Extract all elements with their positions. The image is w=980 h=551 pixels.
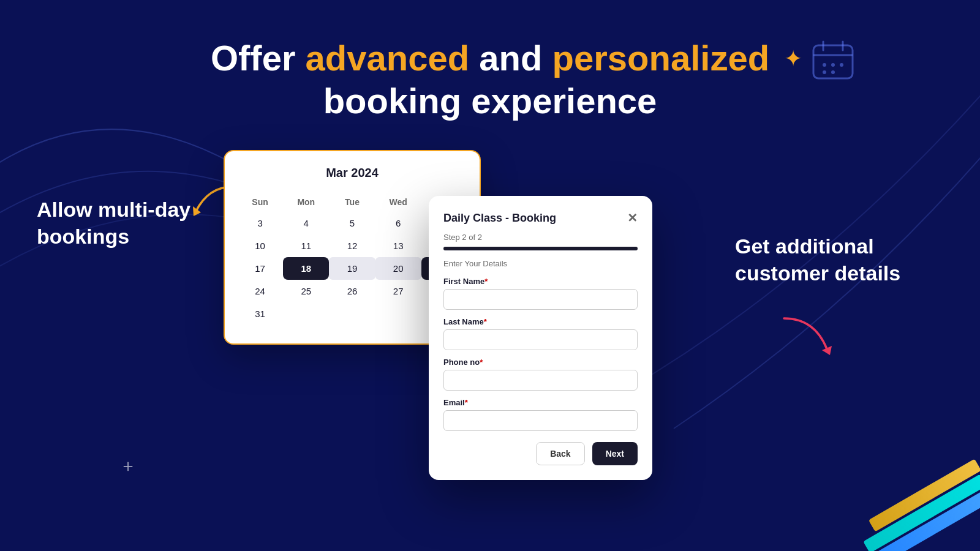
corner-stripes-decoration [821, 441, 980, 551]
heading-line2: booking experience [0, 80, 980, 122]
modal-title: Daily Class - Booking [443, 212, 556, 225]
back-button[interactable]: Back [536, 442, 584, 465]
calendar-month-label: Mar 2024 [237, 166, 467, 180]
cal-day-19-in-range[interactable]: 19 [329, 257, 375, 280]
cal-day[interactable]: 10 [237, 234, 283, 257]
heading-part2: and [469, 38, 552, 78]
last-name-input[interactable] [443, 329, 638, 350]
cal-header-wed: Wed [375, 192, 421, 212]
svg-point-7 [823, 70, 826, 74]
modal-header: Daily Class - Booking ✕ [443, 211, 638, 225]
form-group-phone: Phone no* [443, 358, 638, 391]
cal-day[interactable]: 11 [283, 234, 329, 257]
progress-bar-container [443, 247, 638, 250]
left-callout-text: Allow multi-day bookings [37, 196, 196, 250]
cal-day[interactable]: 12 [329, 234, 375, 257]
enter-details-label: Enter Your Details [443, 259, 638, 268]
cal-day[interactable]: 25 [283, 280, 329, 302]
email-label: Email* [443, 398, 638, 407]
svg-point-6 [840, 63, 843, 67]
cal-day[interactable]: 13 [375, 234, 421, 257]
cal-day[interactable]: 3 [237, 212, 283, 234]
cal-header-mon: Mon [283, 192, 329, 212]
first-name-label: First Name* [443, 277, 638, 286]
calendar-decoration-icon [809, 37, 858, 86]
step-label: Step 2 of 2 [443, 233, 638, 242]
svg-point-8 [831, 70, 835, 74]
cal-day[interactable]: 31 [237, 302, 283, 325]
cal-day[interactable]: 6 [375, 212, 421, 234]
phone-label: Phone no* [443, 358, 638, 367]
svg-point-4 [823, 63, 826, 67]
form-group-email: Email* [443, 398, 638, 431]
cal-day[interactable]: 26 [329, 280, 375, 302]
cal-day-20-in-range[interactable]: 20 [375, 257, 421, 280]
right-callout-text: Get additional customer details [735, 233, 907, 287]
last-name-label: Last Name* [443, 317, 638, 326]
cal-day[interactable]: 17 [237, 257, 283, 280]
modal-close-button[interactable]: ✕ [627, 211, 638, 225]
form-group-first-name: First Name* [443, 277, 638, 310]
email-input[interactable] [443, 410, 638, 431]
form-group-last-name: Last Name* [443, 317, 638, 350]
page-content: Offer advanced and personalized booking … [0, 0, 980, 551]
sparkle-icon: ✦ [784, 46, 802, 72]
cal-day[interactable]: 5 [329, 212, 375, 234]
svg-point-5 [831, 63, 835, 67]
cal-header-tue: Tue [329, 192, 375, 212]
cal-header-sun: Sun [237, 192, 283, 212]
next-button[interactable]: Next [592, 442, 638, 465]
progress-bar-fill [443, 247, 638, 250]
booking-modal: Daily Class - Booking ✕ Step 2 of 2 Ente… [429, 196, 652, 480]
heading-part1: Offer [211, 38, 306, 78]
cal-day[interactable]: 27 [375, 280, 421, 302]
first-name-input[interactable] [443, 289, 638, 310]
right-arrow-icon [778, 312, 839, 361]
cal-day[interactable]: 4 [283, 212, 329, 234]
phone-input[interactable] [443, 370, 638, 391]
plus-icon: ＋ [119, 454, 137, 478]
cal-day-18-selected[interactable]: 18 [283, 257, 329, 280]
heading-highlight1: advanced [306, 38, 470, 78]
heading-highlight2: personalized [552, 38, 770, 78]
cal-day[interactable]: 24 [237, 280, 283, 302]
modal-footer: Back Next [443, 442, 638, 465]
